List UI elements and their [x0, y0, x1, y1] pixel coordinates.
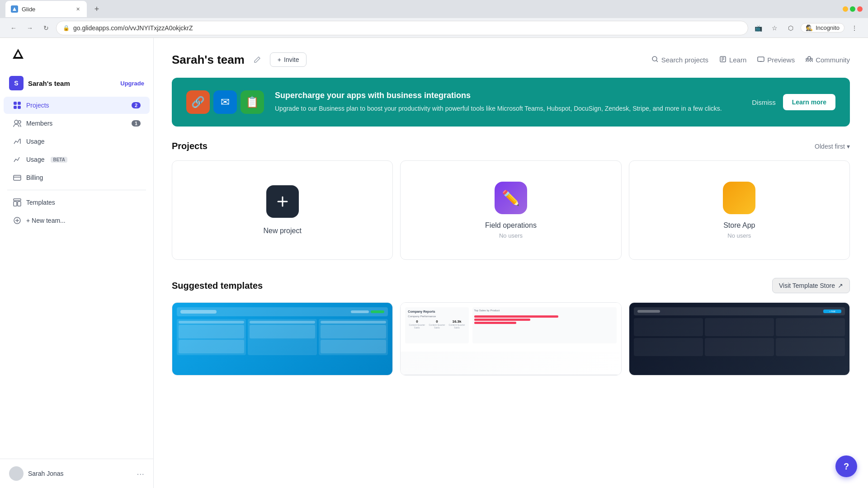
sidebar-item-templates[interactable]: Templates: [4, 194, 150, 211]
browser-titlebar: Glide ✕ +: [0, 0, 868, 18]
page-title: Sarah's team: [172, 53, 245, 67]
app-container: S Sarah's team Upgrade Pr: [0, 38, 868, 488]
promo-actions: Dismiss Learn more: [752, 94, 835, 110]
incognito-label: Incognito: [816, 24, 840, 31]
templates-icon: [13, 198, 22, 207]
new-tab-button[interactable]: +: [90, 3, 103, 15]
tab-close-icon[interactable]: ✕: [74, 5, 81, 13]
sidebar-item-new-team[interactable]: + New team...: [4, 212, 150, 229]
svg-rect-11: [14, 199, 21, 201]
profile-icon[interactable]: ⬡: [784, 22, 797, 34]
forward-button[interactable]: →: [24, 22, 36, 34]
sidebar-nav: Projects 2 Members 1: [0, 96, 153, 459]
sidebar-item-usage-beta[interactable]: Usage BETA: [4, 151, 150, 168]
svg-rect-13: [18, 202, 21, 206]
promo-title: Supercharge your apps with business inte…: [275, 91, 741, 100]
external-link-icon: ↗: [838, 282, 843, 289]
user-menu-button[interactable]: ···: [137, 469, 144, 479]
field-ops-name: Field operations: [485, 221, 537, 230]
header-learn[interactable]: Learn: [719, 56, 746, 64]
header-nav: Search projects Learn: [651, 56, 850, 64]
page-header: Sarah's team + Invite: [172, 52, 850, 67]
new-project-label: New project: [263, 227, 301, 235]
svg-rect-3: [14, 102, 17, 105]
maximize-button[interactable]: [850, 6, 855, 12]
project-card-field-operations[interactable]: ✏️ Field operations No users: [400, 160, 621, 260]
invite-label: Invite: [284, 56, 299, 63]
incognito-badge[interactable]: 🕵 Incognito: [801, 23, 844, 33]
billing-icon: [13, 173, 22, 182]
browser-tab[interactable]: Glide ✕: [5, 1, 87, 17]
sort-control[interactable]: Oldest first ▾: [815, 143, 850, 150]
help-button[interactable]: ?: [835, 455, 857, 477]
svg-point-7: [14, 120, 18, 124]
minimize-button[interactable]: [843, 6, 848, 12]
team-name: Sarah's team: [28, 80, 70, 87]
sidebar: S Sarah's team Upgrade Pr: [0, 38, 154, 488]
search-label: Search projects: [661, 56, 708, 64]
search-icon: [651, 56, 659, 64]
template-card-3[interactable]: + Add: [629, 302, 850, 375]
browser-chrome: Glide ✕ + ← → ↻ 🔒 go.glideapps.com/o/vvJ…: [0, 0, 868, 38]
browser-toolbar: ← → ↻ 🔒 go.glideapps.com/o/vvJNYITxjzzA0…: [0, 18, 868, 38]
header-search[interactable]: Search projects: [651, 56, 708, 64]
sidebar-templates-label: Templates: [26, 199, 55, 206]
sidebar-item-projects[interactable]: Projects 2: [4, 97, 150, 114]
close-button[interactable]: [857, 6, 863, 12]
sort-label: Oldest first: [815, 143, 845, 150]
sidebar-item-billing[interactable]: Billing: [4, 169, 150, 186]
learn-more-button[interactable]: Learn more: [783, 94, 835, 110]
svg-rect-4: [18, 102, 21, 105]
reload-button[interactable]: ↻: [40, 22, 52, 34]
sidebar-team[interactable]: S Sarah's team Upgrade: [0, 72, 153, 94]
header-previews[interactable]: Previews: [757, 56, 795, 64]
projects-icon: [13, 101, 22, 110]
header-community[interactable]: Community: [806, 56, 850, 64]
store-app-name: Store App: [723, 221, 755, 230]
tab-favicon: [11, 5, 18, 13]
templates-grid: Company Reports Company Performance 0 Co…: [172, 302, 850, 375]
back-button[interactable]: ←: [7, 22, 20, 34]
sidebar-item-usage[interactable]: Usage: [4, 133, 150, 150]
field-ops-icon: ✏️: [495, 182, 527, 214]
user-avatar: [9, 466, 24, 481]
sidebar-user: Sarah Jonas: [9, 466, 64, 481]
invite-button[interactable]: + Invite: [270, 52, 307, 67]
promo-icon-docusign: 📋: [241, 90, 264, 114]
template-card-1[interactable]: [172, 302, 393, 375]
help-icon: ?: [844, 461, 849, 472]
dismiss-button[interactable]: Dismiss: [752, 99, 776, 106]
bookmark-icon[interactable]: ☆: [768, 22, 781, 34]
svg-rect-6: [18, 106, 21, 109]
edit-team-button[interactable]: [250, 52, 264, 67]
templates-section-title: Suggested templates: [172, 281, 263, 291]
menu-icon[interactable]: ⋮: [848, 22, 861, 34]
members-icon: [13, 119, 22, 128]
sidebar-usage-beta-label: Usage: [26, 156, 44, 163]
sidebar-team-info: S Sarah's team: [9, 76, 70, 90]
visit-store-button[interactable]: Visit Template Store ↗: [772, 278, 850, 293]
projects-section-title: Projects: [172, 141, 208, 151]
svg-point-17: [652, 56, 657, 61]
promo-description: Upgrade to our Business plan to boost yo…: [275, 104, 741, 113]
cast-icon[interactable]: 📺: [752, 22, 764, 34]
sidebar-usage-label: Usage: [26, 138, 44, 145]
address-bar[interactable]: 🔒 go.glideapps.com/o/vvJNYITxjzzA0okjckr…: [56, 21, 748, 35]
sidebar-logo: [0, 38, 153, 72]
template-preview-3: + Add: [629, 303, 849, 375]
team-avatar: S: [9, 76, 24, 90]
user-name: Sarah Jonas: [28, 470, 64, 477]
upgrade-link[interactable]: Upgrade: [120, 80, 144, 87]
sidebar-item-members[interactable]: Members 1: [4, 115, 150, 132]
promo-text: Supercharge your apps with business inte…: [275, 91, 741, 113]
address-text: go.glideapps.com/o/vvJNYITxjzzA0okjckrZ: [73, 24, 741, 32]
svg-rect-12: [14, 202, 17, 206]
template-card-2[interactable]: Company Reports Company Performance 0 Co…: [400, 302, 621, 375]
previews-icon: [757, 56, 764, 64]
project-card-store-app[interactable]: Store App No users: [629, 160, 850, 260]
lock-icon: 🔒: [63, 25, 70, 31]
svg-rect-5: [14, 106, 17, 109]
new-project-card[interactable]: New project: [172, 160, 393, 260]
store-app-meta: No users: [727, 232, 751, 239]
promo-icon-teams: ✉: [213, 90, 237, 114]
